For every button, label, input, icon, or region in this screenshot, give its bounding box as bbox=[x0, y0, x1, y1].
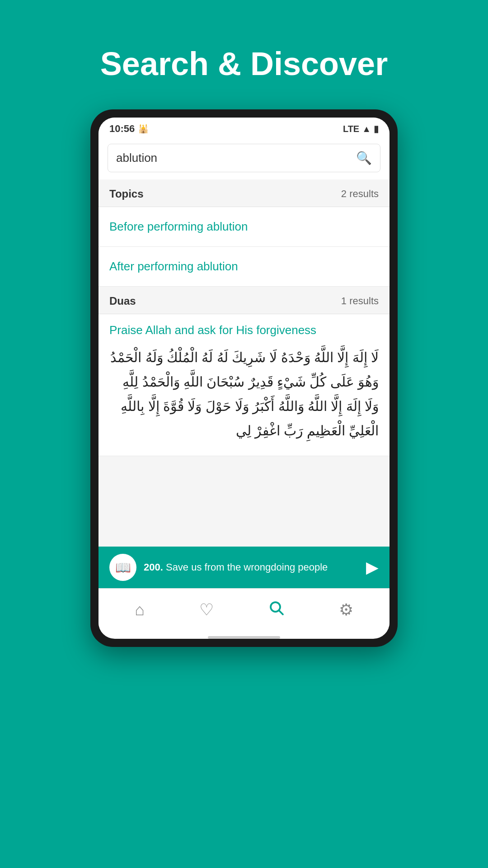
player-play-button[interactable]: ▶ bbox=[366, 558, 379, 577]
search-button-icon[interactable]: 🔍 bbox=[356, 151, 372, 165]
duas-section-title: Duas bbox=[109, 295, 136, 307]
duas-section-header: Duas 1 results bbox=[99, 287, 389, 314]
topic-item-text: Before performing ablution bbox=[109, 220, 248, 233]
home-indicator bbox=[208, 636, 280, 639]
home-icon: ⌂ bbox=[135, 600, 145, 619]
signal-icon: ▲ bbox=[362, 124, 371, 134]
topic-item-text: After performing ablution bbox=[109, 259, 238, 273]
battery-icon: ▮ bbox=[374, 123, 379, 134]
dua-title: Praise Allah and ask for His forgiveness bbox=[109, 323, 379, 337]
search-nav-icon bbox=[268, 599, 284, 620]
search-bar: 🔍 bbox=[108, 144, 380, 172]
status-time: 10:56 bbox=[109, 123, 135, 135]
bottom-nav: ⌂ ♡ ⚙ bbox=[99, 588, 389, 633]
player-info: 200. Save us from the wrongdoing people bbox=[144, 561, 359, 573]
topics-section-title: Topics bbox=[109, 188, 144, 200]
mini-player[interactable]: 📖 200. Save us from the wrongdoing peopl… bbox=[99, 547, 389, 588]
nav-item-settings[interactable]: ⚙ bbox=[332, 598, 361, 622]
dua-item[interactable]: Praise Allah and ask for His forgiveness… bbox=[99, 314, 389, 456]
heart-icon: ♡ bbox=[199, 600, 214, 619]
nav-item-home[interactable]: ⌂ bbox=[127, 598, 152, 622]
topic-item-before-ablution[interactable]: Before performing ablution bbox=[99, 207, 389, 247]
player-track: 200. Save us from the wrongdoing people bbox=[144, 561, 328, 573]
phone-frame: 10:56 🕌 LTE ▲ ▮ 🔍 Topics 2 results bbox=[90, 109, 398, 647]
search-bar-container: 🔍 bbox=[99, 138, 389, 179]
topics-section-header: Topics 2 results bbox=[99, 179, 389, 207]
mosque-icon: 🕌 bbox=[138, 124, 148, 134]
phone-screen: 10:56 🕌 LTE ▲ ▮ 🔍 Topics 2 results bbox=[99, 118, 389, 639]
search-input[interactable] bbox=[116, 151, 356, 165]
gear-icon: ⚙ bbox=[339, 600, 353, 619]
page-title: Search & Discover bbox=[0, 45, 488, 82]
status-bar: 10:56 🕌 LTE ▲ ▮ bbox=[99, 118, 389, 138]
duas-result-count: 1 results bbox=[341, 295, 379, 307]
topics-result-count: 2 results bbox=[341, 188, 379, 200]
network-label: LTE bbox=[343, 124, 359, 134]
arabic-text: لَا إِلَهَ إِلَّا اللَّهُ وَحْدَهُ لَا ش… bbox=[109, 345, 379, 443]
player-track-number: 200. bbox=[144, 561, 163, 573]
status-left: 10:56 🕌 bbox=[109, 123, 148, 135]
svg-line-1 bbox=[279, 611, 283, 614]
content-area: Topics 2 results Before performing ablut… bbox=[99, 179, 389, 547]
nav-item-favorites[interactable]: ♡ bbox=[192, 598, 221, 622]
player-track-text: Save us from the wrongdoing people bbox=[166, 561, 328, 573]
extra-content-area bbox=[99, 456, 389, 547]
nav-item-search[interactable] bbox=[261, 597, 291, 623]
topic-item-after-ablution[interactable]: After performing ablution bbox=[99, 247, 389, 287]
status-right: LTE ▲ ▮ bbox=[343, 123, 379, 134]
player-album-art: 📖 bbox=[109, 554, 136, 581]
